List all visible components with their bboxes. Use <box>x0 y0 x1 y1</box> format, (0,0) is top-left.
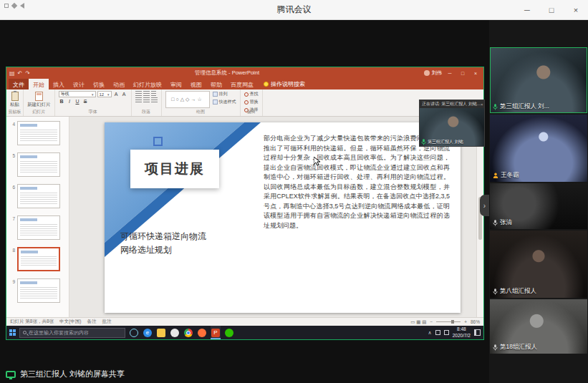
zoom-knob[interactable] <box>451 320 454 324</box>
participant-tile[interactable]: 第三组汇报人 刘... <box>490 47 587 113</box>
participant-tile[interactable]: 张清 <box>490 183 587 229</box>
slide-scrollbar[interactable] <box>476 117 483 317</box>
current-slide[interactable]: 项目进展 可循环快递箱逆向物流 网络选址规划 部分电商企业为了减少大量快递包装带… <box>105 122 461 313</box>
panel-collapse-handle[interactable]: › <box>480 195 489 216</box>
view-switcher-icons[interactable]: ▭ ▦ ▤ <box>410 319 426 325</box>
save-icon[interactable]: ▤ <box>9 70 15 77</box>
ppt-tab-help[interactable]: 帮助 <box>206 79 226 89</box>
align-right-icon[interactable] <box>151 97 158 102</box>
grow-font-button[interactable]: A <box>113 92 120 97</box>
mic-muted-icon <box>493 220 498 226</box>
ppt-minimize-button[interactable]: ─ <box>445 71 455 76</box>
ppt-titlebar: ▤ ↶ ↷ 管理信息系统 - PowerPoint 刘伟 ─ □ × <box>6 67 483 79</box>
sound-icon[interactable] <box>444 330 449 335</box>
ppt-tab-design[interactable]: 设计 <box>69 79 89 89</box>
firefox-icon[interactable] <box>198 329 206 337</box>
close-button[interactable]: × <box>564 0 588 20</box>
user-name: 刘伟 <box>432 69 442 77</box>
thumbnail-number: 8 <box>8 247 15 271</box>
edge-icon[interactable]: e <box>143 329 152 337</box>
ppt-tab-home[interactable]: 开始 <box>29 79 49 89</box>
network-icon[interactable] <box>435 330 440 335</box>
redo-icon[interactable]: ↷ <box>25 70 30 77</box>
ppt-maximize-button[interactable]: □ <box>458 71 468 76</box>
ppt-user-account[interactable]: 刘伟 <box>424 69 442 77</box>
replace-button[interactable]: 替换 <box>244 99 259 105</box>
zoom-out-button[interactable]: − <box>430 319 433 324</box>
align-left-icon[interactable] <box>135 97 142 102</box>
slide-thumbnail[interactable]: 5 <box>8 152 66 177</box>
quick-styles-button[interactable]: 快速样式 <box>213 99 236 105</box>
italic-button[interactable]: I <box>67 99 73 104</box>
cortana-icon[interactable] <box>130 329 138 337</box>
arrange-button[interactable]: 排列 <box>213 91 236 97</box>
bullets-icon[interactable] <box>135 91 142 96</box>
active-speaker-popup[interactable]: 正在讲话: 第三组汇报人 刘铭... × 第三组汇报人 刘铭 <box>419 100 485 147</box>
slide-thumbnail[interactable]: 6 <box>8 184 66 208</box>
participant-tile[interactable]: 第18组汇报人 <box>490 299 587 354</box>
find-button[interactable]: 查找 <box>244 91 259 97</box>
ppt-tab-transitions[interactable]: 切换 <box>89 79 109 89</box>
indent-icon[interactable] <box>151 91 156 96</box>
zoom-level[interactable]: 86% <box>471 319 480 324</box>
ppt-tab-view[interactable]: 视图 <box>186 79 206 89</box>
new-slide-button[interactable]: 新建幻灯片 <box>27 91 51 108</box>
undo-icon[interactable]: ↶ <box>18 70 23 77</box>
thumbnail-preview <box>17 278 60 303</box>
ppt-tab-insert[interactable]: 插入 <box>49 79 69 89</box>
comments-toggle[interactable]: 批注 <box>102 319 111 325</box>
slide-thumbnail-selected[interactable]: 8 <box>8 247 66 271</box>
start-button[interactable] <box>9 329 16 336</box>
tell-me-icon <box>264 82 269 87</box>
maximize-button[interactable]: □ <box>539 0 564 20</box>
clock-time: 8:48 <box>453 326 471 332</box>
slide-thumbnail[interactable]: 7 <box>8 215 66 240</box>
powerpoint-taskbar-icon[interactable]: P <box>211 329 220 337</box>
shrink-font-button[interactable]: A <box>121 92 127 97</box>
strikethrough-button[interactable]: S <box>82 99 89 104</box>
language-indicator[interactable]: 中文(中国) <box>59 319 81 325</box>
ribbon-group-paragraph: 段落 <box>132 89 162 116</box>
participant-tile[interactable]: 王冬霸 <box>490 115 587 182</box>
zoom-slider[interactable] <box>436 321 461 322</box>
ppt-close-button[interactable]: × <box>471 71 481 76</box>
ribbon-group-clipboard: 粘贴 剪贴板 <box>6 89 24 116</box>
underline-button[interactable]: U <box>74 99 81 104</box>
ppt-tab-file[interactable]: 文件 <box>9 79 29 89</box>
numbering-icon[interactable] <box>143 91 150 96</box>
minimize-button[interactable]: ─ <box>515 0 539 20</box>
tell-me-search[interactable]: 操作说明搜索 <box>264 79 305 89</box>
ppt-ribbon: 粘贴 剪贴板 新建幻灯片 幻灯片 等线 <box>6 89 483 117</box>
participant-tile[interactable]: 第八组汇报人 <box>490 231 587 298</box>
group-label-clipboard: 剪贴板 <box>6 109 23 115</box>
bold-button[interactable]: B <box>59 99 65 104</box>
chrome-icon[interactable] <box>184 329 193 337</box>
thumbnail-preview <box>17 215 60 240</box>
ppt-tab-slideshow[interactable]: 幻灯片放映 <box>129 79 166 89</box>
participant-name: 第三组汇报人 刘... <box>500 102 549 111</box>
wechat-icon[interactable] <box>225 329 233 337</box>
ppt-tab-animations[interactable]: 动画 <box>109 79 129 89</box>
notes-toggle[interactable]: 备注 <box>87 319 96 325</box>
action-center-icon[interactable] <box>474 329 481 336</box>
zoom-in-button[interactable]: + <box>464 319 467 324</box>
font-name-select[interactable]: 等线 ▾ <box>59 91 96 97</box>
tell-me-label: 操作说明搜索 <box>271 80 305 88</box>
slide-thumbnail[interactable]: 9 <box>8 278 66 303</box>
ppt-tab-review[interactable]: 审阅 <box>166 79 186 89</box>
paste-button[interactable]: 粘贴 <box>10 91 19 108</box>
shapes-gallery[interactable]: □○△◇→☆ <box>165 91 210 108</box>
tray-expand-icon[interactable]: ∧ <box>428 330 432 336</box>
align-center-icon[interactable] <box>143 97 150 102</box>
mic-muted-icon <box>493 289 498 295</box>
taskbar-search-input[interactable]: 在这里输入你要搜索的内容 <box>19 328 125 338</box>
slide-thumbnail[interactable]: 4 <box>8 121 66 145</box>
font-size-select[interactable]: 12 ▾ <box>97 91 112 97</box>
taskbar-clock[interactable]: 8:48 2020/7/2 <box>453 326 471 338</box>
ppt-tab-baidu-netdisk[interactable]: 百度网盘 <box>226 79 258 89</box>
qq-icon[interactable] <box>170 329 179 337</box>
paste-icon <box>11 92 19 101</box>
popup-close-icon[interactable]: × <box>481 102 483 107</box>
file-explorer-icon[interactable] <box>157 329 165 337</box>
thumbnail-number: 6 <box>8 184 15 208</box>
